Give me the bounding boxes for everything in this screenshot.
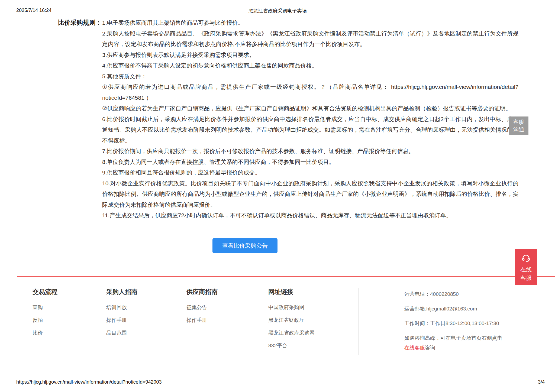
footer-link[interactable]: 培训回放 bbox=[106, 305, 137, 310]
contact-tip-line2: 在线客服咨询 bbox=[404, 345, 532, 351]
footer-column-supplier-guide: 供应商指南 征集公告操作手册 bbox=[186, 288, 218, 330]
customer-service-chat-tab[interactable]: 客服 沟通 bbox=[509, 116, 528, 135]
contact-tip-line1: 如遇咨询高峰，可在电子卖场首页右侧点击 bbox=[404, 335, 532, 341]
chat-tab-label-line2: 沟通 bbox=[513, 126, 524, 133]
contact-email: 运营邮箱:hljcgmall02@163.com bbox=[404, 306, 532, 312]
footer-column-title: 供应商指南 bbox=[186, 288, 218, 296]
footer-link[interactable]: 比价 bbox=[33, 330, 57, 335]
footer-column-title: 网址链接 bbox=[268, 288, 315, 296]
rule-paragraph: 11.产生成交结果后，供应商应72小时内确认订单，不可不确认订单或以商品价格错误… bbox=[102, 210, 518, 221]
rule-paragraph: 5.其他资质文件： bbox=[102, 71, 518, 82]
online-service-link[interactable]: 在线客服 bbox=[404, 345, 425, 351]
footer-column-purchaser-guide: 采购人指南 培训回放操作手册品目范围 bbox=[106, 288, 137, 343]
online-service-label-line1: 在线 bbox=[520, 265, 532, 274]
footer-link[interactable]: 832平台 bbox=[268, 343, 315, 348]
rule-paragraph: 7.比价报价期间，供应商只能报价一次，报价后不可修改报价产品的技术参数、服务标准… bbox=[102, 146, 518, 157]
footer-contact-block: 运营电话：4000220850 运营邮箱:hljcgmall02@163.com… bbox=[404, 291, 532, 351]
footer-vertical-divider bbox=[358, 288, 359, 355]
rule-paragraph: ②供应商响应的若为生产厂家自产自销商品，应提供《生产厂家自产自销商品证明》和具有… bbox=[102, 103, 518, 114]
footer-link[interactable]: 操作手册 bbox=[186, 318, 218, 323]
red-divider-line bbox=[17, 276, 555, 277]
contact-tip-suffix: 咨询 bbox=[425, 345, 435, 351]
view-price-comparison-notice-button[interactable]: 查看比价采购公告 bbox=[212, 238, 278, 253]
rule-paragraph: 4.供应商报价不得高于采购人设定的初步意向价格和供应商上架在售的同款商品价格。 bbox=[102, 60, 518, 71]
contact-phone: 运营电话：4000220850 bbox=[404, 291, 532, 297]
headset-icon bbox=[521, 253, 531, 263]
footer-column-title: 采购人指南 bbox=[106, 288, 137, 296]
footer-column-items: 直购反拍比价 bbox=[33, 305, 57, 335]
rules-list: 1.电子卖场供应商用其上架销售的商品可参与比价报价。2.采购人按照电子卖场交易商… bbox=[102, 17, 523, 221]
rule-paragraph: 9.供应商报价相同且符合报价规则的，应选择最早报价的成交。 bbox=[102, 167, 518, 178]
page-title: 黑龙江省政府采购电子卖场 bbox=[0, 8, 555, 14]
online-service-button[interactable]: 在线 客服 bbox=[515, 249, 537, 285]
footer-link[interactable]: 直购 bbox=[33, 305, 57, 310]
footer-link[interactable]: 征集公告 bbox=[186, 305, 218, 310]
footer-column-transaction-process: 交易流程 直购反拍比价 bbox=[33, 288, 57, 343]
rules-section: 比价采购规则： 1.电子卖场供应商用其上架销售的商品可参与比价报价。2.采购人按… bbox=[33, 15, 523, 221]
contact-hours: 工作时间：工作日8:30-12:00,13:00-17:30 bbox=[404, 320, 532, 326]
print-footer-url: https://hljcg.hlj.gov.cn/mall-view/infor… bbox=[16, 379, 162, 385]
chat-tab-label-line1: 客服 bbox=[513, 118, 524, 126]
footer-link[interactable]: 黑龙江省财政厅 bbox=[268, 318, 315, 323]
rule-paragraph: 10.对小微企业实行价格优惠政策。比价项目如关联了不专门面向中小企业的政府采购计… bbox=[102, 178, 518, 210]
footer-column-items: 中国政府采购网黑龙江省财政厅黑龙江省政府采购网832平台 bbox=[268, 305, 315, 348]
rule-paragraph: 2.采购人按照电子卖场交易商品品目、《政府采购需求管理办法》《黑龙江省政府采购文… bbox=[102, 28, 518, 50]
footer-column-items: 培训回放操作手册品目范围 bbox=[106, 305, 137, 335]
rule-paragraph: ①供应商响应的若为进口商品或品牌商品，需提供生产厂家或一级经销商授权。？（品牌商… bbox=[102, 82, 518, 103]
footer-column-website-links: 网址链接 中国政府采购网黑龙江省财政厅黑龙江省政府采购网832平台 bbox=[268, 288, 315, 356]
rule-paragraph: 3.供应商参与报价则表示默认满足并接受采购需求项目要求。 bbox=[102, 50, 518, 60]
online-service-label-line2: 客服 bbox=[520, 274, 532, 282]
section-label: 比价采购规则： bbox=[33, 17, 102, 221]
footer-link[interactable]: 品目范围 bbox=[106, 330, 137, 335]
footer-link[interactable]: 操作手册 bbox=[106, 318, 137, 323]
footer-link[interactable]: 黑龙江省政府采购网 bbox=[268, 330, 315, 335]
print-footer-page-number: 3/4 bbox=[538, 379, 545, 385]
footer-column-title: 交易流程 bbox=[33, 288, 57, 296]
footer-link[interactable]: 反拍 bbox=[33, 318, 57, 323]
content-panel: 比价采购规则： 1.电子卖场供应商用其上架销售的商品可参与比价报价。2.采购人按… bbox=[33, 15, 523, 276]
rule-paragraph: 6.比价报价时间截止后，采购人应在满足比价条件并参加报价的供应商中选择排名价最低… bbox=[102, 114, 518, 146]
rule-paragraph: 8.单位负责人为同一人或者存在直接控股、管理关系的不同供应商，不得参加同一比价项… bbox=[102, 157, 518, 167]
footer-link[interactable]: 中国政府采购网 bbox=[268, 305, 315, 310]
footer-column-items: 征集公告操作手册 bbox=[186, 305, 218, 323]
rule-paragraph: 1.电子卖场供应商用其上架销售的商品可参与比价报价。 bbox=[102, 17, 518, 28]
